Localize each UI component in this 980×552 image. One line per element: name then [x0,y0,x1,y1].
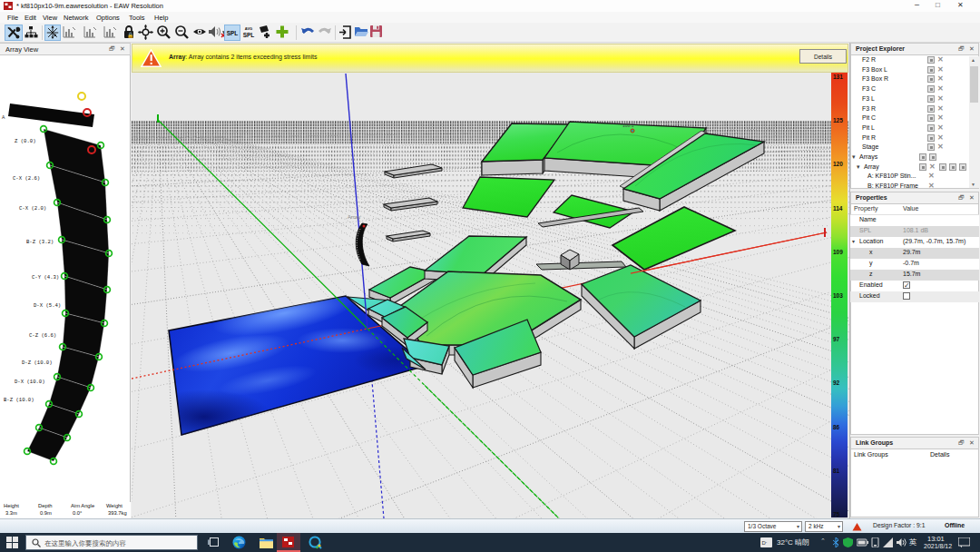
svg-text:C-X (2.0): C-X (2.0) [19,205,46,212]
svg-text:D-X (5.4): D-X (5.4) [34,302,61,309]
svg-text:D-X (10.0): D-X (10.0) [15,379,45,385]
svg-text:D⋅: D⋅ [762,540,768,546]
svg-text:B-Z (10.0): B-Z (10.0) [4,397,34,403]
svg-text:C-X (2.6): C-X (2.6) [13,175,40,182]
svg-text:Z (0.0): Z (0.0) [15,138,36,144]
svg-text:108.1: 108.1 [622,123,634,128]
svg-text:🔒: 🔒 [127,32,134,39]
svg-text:C-Y (4.3): C-Y (4.3) [32,274,59,281]
svg-text:C-Z (6.6): C-Z (6.6) [29,332,56,339]
svg-text:D-Z (10.0): D-Z (10.0) [22,360,53,366]
svg-text:B-Z (3.2): B-Z (3.2) [26,239,54,245]
svg-text:Array: Array [348,214,360,220]
svg-text:A: A [2,114,5,120]
